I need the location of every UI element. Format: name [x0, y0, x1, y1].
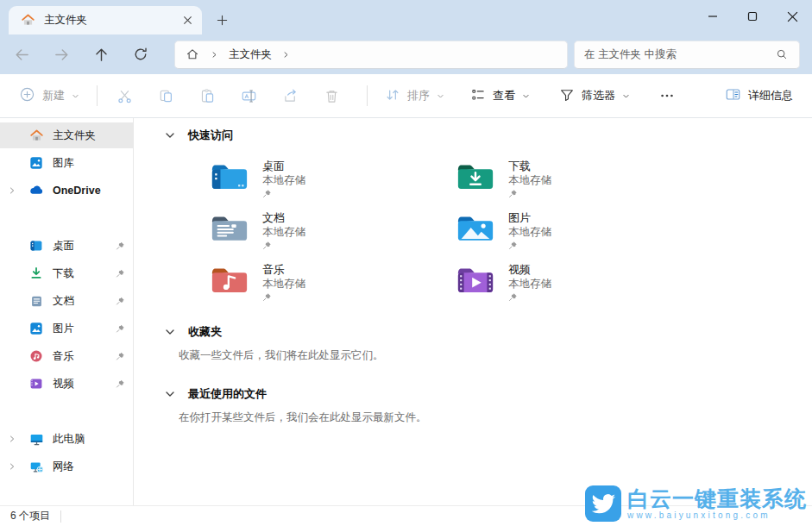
filter-button-label: 筛选器 — [582, 88, 615, 103]
share-icon — [282, 88, 299, 104]
share-button[interactable] — [274, 81, 306, 110]
details-pane-button[interactable]: 详细信息 — [718, 81, 800, 110]
breadcrumb-chevron-icon[interactable] — [282, 51, 290, 59]
sidebar-item-pictures[interactable]: 图片 — [0, 316, 133, 341]
sidebar-item-gallery[interactable]: 图库 — [0, 150, 133, 176]
tile-music[interactable]: 音乐 本地存储 — [210, 263, 456, 306]
tile-downloads[interactable]: 下载 本地存储 — [456, 160, 702, 203]
funnel-icon — [559, 87, 575, 105]
pin-icon — [508, 241, 551, 250]
tile-videos[interactable]: 视频 本地存储 — [456, 263, 702, 306]
filter-button[interactable]: 筛选器 — [552, 82, 637, 110]
sidebar-item-label: 音乐 — [53, 349, 74, 364]
cut-button[interactable] — [108, 81, 141, 110]
watermark-title: 白云一键重装系统 — [627, 487, 807, 510]
more-options-button[interactable] — [651, 81, 683, 110]
rename-button[interactable] — [232, 81, 265, 110]
sidebar-item-network[interactable]: 网络 — [0, 454, 133, 479]
search-box[interactable] — [574, 41, 800, 69]
sidebar-item-downloads[interactable]: 下载 — [0, 260, 133, 286]
forward-button[interactable] — [47, 40, 76, 69]
folder-content: 快速访问 桌面 本地存储 — [134, 118, 812, 505]
maximize-button[interactable] — [733, 0, 772, 33]
view-button[interactable]: 查看 — [463, 82, 537, 110]
breadcrumb-segment[interactable]: 主文件夹 — [229, 47, 272, 62]
new-button[interactable]: 新建 — [12, 81, 86, 110]
details-pane-icon — [725, 86, 741, 105]
quick-access-tiles: 桌面 本地存储 下载 本地存储 — [210, 160, 812, 306]
pin-icon — [116, 324, 125, 334]
tab-close-icon[interactable] — [178, 11, 197, 30]
chevron-down-icon[interactable] — [165, 130, 175, 141]
tile-documents[interactable]: 文档 本地存储 — [210, 211, 456, 254]
back-button[interactable] — [7, 40, 36, 69]
sidebar-item-this-pc[interactable]: 此电脑 — [0, 426, 133, 452]
sidebar-item-videos[interactable]: 视频 — [0, 371, 133, 397]
sidebar-item-label: 主文件夹 — [53, 128, 96, 143]
pin-icon — [262, 189, 305, 198]
tile-subtitle: 本地存储 — [262, 225, 305, 239]
navigation-pane: 主文件夹 图库 OneDrive — [0, 118, 134, 505]
sidebar-item-music[interactable]: 音乐 — [0, 343, 133, 369]
sidebar-item-onedrive[interactable]: OneDrive — [0, 178, 133, 204]
download-icon — [28, 266, 44, 280]
refresh-button[interactable] — [126, 40, 155, 69]
section-quick-access-header[interactable]: 快速访问 — [165, 125, 812, 146]
section-favorites-header[interactable]: 收藏夹 — [165, 322, 812, 342]
tile-subtitle: 本地存储 — [262, 173, 305, 187]
pictures-icon — [28, 322, 44, 335]
plus-circle-icon — [19, 86, 35, 105]
sidebar-item-label: 桌面 — [53, 239, 74, 254]
tile-text: 音乐 本地存储 — [262, 263, 305, 306]
tile-subtitle: 本地存储 — [262, 277, 305, 291]
pin-icon — [262, 241, 305, 250]
chevron-down-icon[interactable] — [165, 327, 175, 337]
sort-button[interactable]: 排序 — [378, 82, 451, 110]
window-controls — [693, 0, 812, 34]
tile-pictures[interactable]: 图片 本地存储 — [456, 211, 702, 254]
videos-folder-icon — [456, 263, 495, 306]
recent-empty-text: 在你打开某些文件后，我们会在此处显示最新文件。 — [179, 410, 812, 425]
chevron-down-icon — [72, 92, 79, 100]
copy-icon — [158, 88, 174, 104]
tab-title: 主文件夹 — [44, 13, 169, 28]
delete-button[interactable] — [315, 81, 348, 110]
sidebar-item-label: 图片 — [53, 322, 74, 336]
chevron-right-icon[interactable] — [8, 462, 16, 471]
close-button[interactable] — [772, 0, 812, 33]
section-recent-header[interactable]: 最近使用的文件 — [165, 384, 812, 404]
navigation-bar: 主文件夹 — [0, 34, 812, 74]
search-icon[interactable] — [774, 48, 790, 60]
paste-icon — [199, 88, 216, 104]
sidebar-item-desktop[interactable]: 桌面 — [0, 233, 133, 259]
chevron-right-icon[interactable] — [8, 186, 16, 195]
sidebar-item-home[interactable]: 主文件夹 — [0, 122, 133, 148]
chevron-down-icon[interactable] — [165, 389, 175, 399]
sidebar-item-documents[interactable]: 文档 — [0, 288, 133, 314]
sidebar-item-label: 网络 — [53, 460, 74, 474]
minimize-button[interactable] — [693, 0, 733, 33]
up-button[interactable] — [86, 40, 116, 69]
sort-arrows-icon — [385, 87, 400, 105]
pin-icon — [116, 379, 125, 389]
tile-desktop[interactable]: 桌面 本地存储 — [210, 160, 456, 203]
document-icon — [28, 295, 44, 308]
tile-text: 文档 本地存储 — [262, 211, 305, 254]
toolbar-separator — [367, 85, 368, 106]
copy-button[interactable] — [149, 81, 182, 110]
new-tab-button[interactable] — [211, 9, 233, 31]
tab-home-folder[interactable]: 主文件夹 — [9, 6, 202, 34]
chevron-right-icon[interactable] — [8, 435, 16, 443]
this-pc-icon — [28, 432, 44, 447]
paste-button[interactable] — [191, 81, 223, 110]
pin-icon — [116, 352, 125, 361]
address-bar[interactable]: 主文件夹 — [174, 41, 568, 69]
sidebar-item-label: 此电脑 — [53, 432, 85, 447]
view-button-label: 查看 — [493, 88, 515, 103]
pin-icon — [116, 269, 125, 279]
breadcrumb-home-icon[interactable] — [185, 47, 200, 61]
search-input[interactable] — [584, 48, 774, 60]
pin-icon — [508, 189, 551, 198]
watermark-url: www.baiyunxitong.com — [627, 510, 807, 521]
music-folder-icon — [210, 263, 249, 306]
